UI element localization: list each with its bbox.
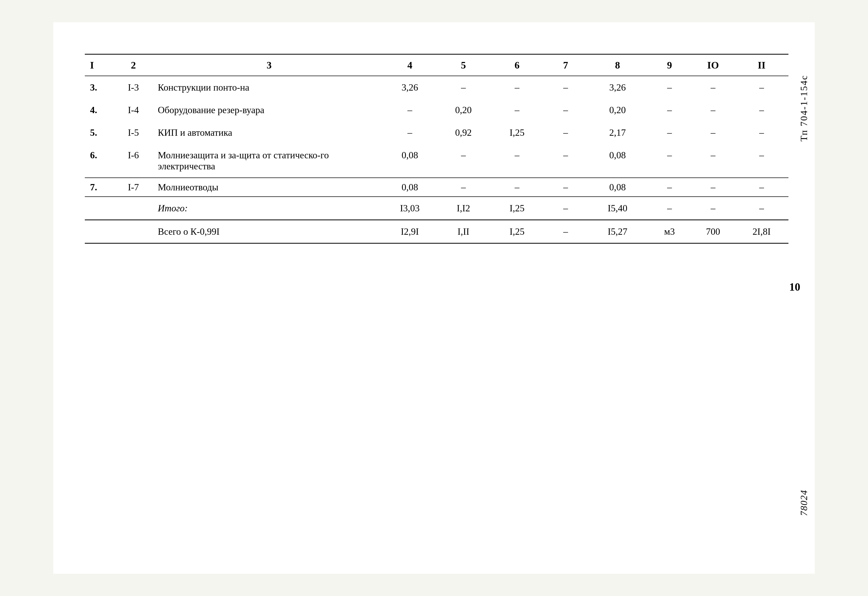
row-7-col6: – <box>490 178 544 197</box>
row-5-col7: – <box>544 121 588 144</box>
grand-total-col5: I,II <box>437 220 490 243</box>
table-row: 5. I-5 КИП и автоматика – 0,92 I,25 – 2,… <box>85 121 788 144</box>
row-7-col8: 0,08 <box>588 178 648 197</box>
row-7-col4: 0,08 <box>383 178 437 197</box>
total-col9: – <box>648 197 691 220</box>
grand-total-col9: м3 <box>648 220 691 243</box>
row-6-name: Молниезащита и за-щита от статическо-го … <box>155 144 383 178</box>
row-3-col9: – <box>648 76 691 99</box>
row-3-col7: – <box>544 76 588 99</box>
header-col-10: IO <box>691 55 735 76</box>
row-6-col9: – <box>648 144 691 178</box>
row-4-col9: – <box>648 99 691 121</box>
row-6-col8: 0,08 <box>588 144 648 178</box>
grand-total-col10: 700 <box>691 220 735 243</box>
row-5-col8: 2,17 <box>588 121 648 144</box>
total-label: Итого: <box>155 197 383 220</box>
grand-total-label: Всего о К-0,99I <box>155 220 383 243</box>
row-3-col8: 3,26 <box>588 76 648 99</box>
row-5-col10: – <box>691 121 735 144</box>
header-col-9: 9 <box>648 55 691 76</box>
header-col-8: 8 <box>588 55 648 76</box>
row-3-num: 3. <box>85 76 112 99</box>
grand-total-col11: 2I,8I <box>735 220 788 243</box>
row-3-code: I-3 <box>112 76 155 99</box>
table-row: 4. I-4 Оборудование резер-вуара – 0,20 –… <box>85 99 788 121</box>
table-header-row: I 2 3 4 5 6 7 8 9 IO II <box>85 55 788 76</box>
total-row: Итого: I3,03 I,I2 I,25 – I5,40 – – – <box>85 197 788 220</box>
row-3-col4: 3,26 <box>383 76 437 99</box>
side-label-bottom: 78024 <box>799 490 809 516</box>
row-3-name: Конструкции понто-на <box>155 76 383 99</box>
row-4-name: Оборудование резер-вуара <box>155 99 383 121</box>
grand-total-col2 <box>112 220 155 243</box>
row-5-col6: I,25 <box>490 121 544 144</box>
row-5-name: КИП и автоматика <box>155 121 383 144</box>
row-6-col10: – <box>691 144 735 178</box>
header-col-3: 3 <box>155 55 383 76</box>
header-col-2: 2 <box>112 55 155 76</box>
row-4-num: 4. <box>85 99 112 121</box>
total-col1 <box>85 197 112 220</box>
side-label-top: Тп 704-1-154с <box>799 75 809 142</box>
header-col-11: II <box>735 55 788 76</box>
row-5-col5: 0,92 <box>437 121 490 144</box>
row-5-code: I-5 <box>112 121 155 144</box>
row-4-col11: – <box>735 99 788 121</box>
row-3-col10: – <box>691 76 735 99</box>
header-col-5: 5 <box>437 55 490 76</box>
header-col-4: 4 <box>383 55 437 76</box>
row-5-col9: – <box>648 121 691 144</box>
total-col5: I,I2 <box>437 197 490 220</box>
row-4-col8: 0,20 <box>588 99 648 121</box>
grand-total-col4: I2,9I <box>383 220 437 243</box>
grand-total-col8: I5,27 <box>588 220 648 243</box>
row-6-col5: – <box>437 144 490 178</box>
row-7-col10: – <box>691 178 735 197</box>
row-6-col11: – <box>735 144 788 178</box>
grand-total-col6: I,25 <box>490 220 544 243</box>
row-6-col7: – <box>544 144 588 178</box>
page: Тп 704-1-154с 10 78024 I 2 3 4 5 <box>53 22 815 574</box>
table-row: 7. I-7 Молниеотводы 0,08 – – – 0,08 – – … <box>85 178 788 197</box>
row-7-col5: – <box>437 178 490 197</box>
row-5-col11: – <box>735 121 788 144</box>
total-col8: I5,40 <box>588 197 648 220</box>
table-row: 3. I-3 Конструкции понто-на 3,26 – – – 3… <box>85 76 788 99</box>
total-col4: I3,03 <box>383 197 437 220</box>
row-4-code: I-4 <box>112 99 155 121</box>
row-5-num: 5. <box>85 121 112 144</box>
total-col10: – <box>691 197 735 220</box>
row-7-col9: – <box>648 178 691 197</box>
row-3-col6: – <box>490 76 544 99</box>
grand-total-col7: – <box>544 220 588 243</box>
main-table: I 2 3 4 5 6 7 8 9 IO II 3. I-3 Конструкц… <box>85 54 788 243</box>
table-row: 6. I-6 Молниезащита и за-щита от статиче… <box>85 144 788 178</box>
total-col6: I,25 <box>490 197 544 220</box>
row-7-code: I-7 <box>112 178 155 197</box>
row-7-col7: – <box>544 178 588 197</box>
row-5-col4: – <box>383 121 437 144</box>
row-6-code: I-6 <box>112 144 155 178</box>
side-number: 10 <box>789 281 800 293</box>
row-7-name: Молниеотводы <box>155 178 383 197</box>
row-3-col5: – <box>437 76 490 99</box>
grand-total-row: Всего о К-0,99I I2,9I I,II I,25 – I5,27 … <box>85 220 788 243</box>
header-col-1: I <box>85 55 112 76</box>
header-col-7: 7 <box>544 55 588 76</box>
row-4-col7: – <box>544 99 588 121</box>
total-col2 <box>112 197 155 220</box>
row-4-col10: – <box>691 99 735 121</box>
row-4-col5: 0,20 <box>437 99 490 121</box>
row-3-col11: – <box>735 76 788 99</box>
row-6-col6: – <box>490 144 544 178</box>
total-col11: – <box>735 197 788 220</box>
grand-total-col1 <box>85 220 112 243</box>
row-4-col6: – <box>490 99 544 121</box>
header-col-6: 6 <box>490 55 544 76</box>
row-6-num: 6. <box>85 144 112 178</box>
row-4-col4: – <box>383 99 437 121</box>
total-col7: – <box>544 197 588 220</box>
row-7-col11: – <box>735 178 788 197</box>
row-7-num: 7. <box>85 178 112 197</box>
